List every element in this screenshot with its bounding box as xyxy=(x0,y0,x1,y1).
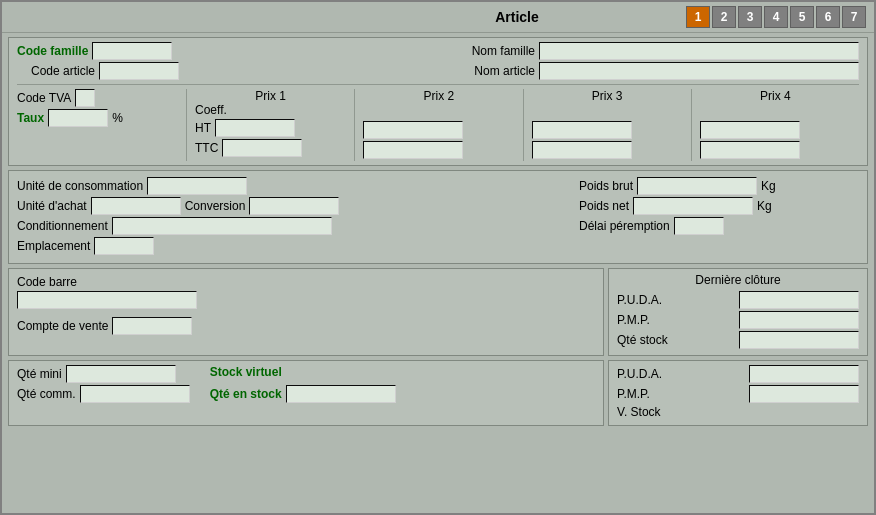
stock-virtuel-label: Stock virtuel xyxy=(210,365,282,379)
prix1-ttc-row: TTC xyxy=(195,139,346,157)
poids-net-unit: Kg xyxy=(757,199,772,213)
v-stock-row: V. Stock xyxy=(617,405,859,419)
tab-2[interactable]: 2 xyxy=(712,6,736,28)
qte-comm-label: Qté comm. xyxy=(17,387,76,401)
last-right-section: P.U.D.A. P.M.P. V. Stock xyxy=(608,360,868,426)
prix4-ttc-input[interactable] xyxy=(700,141,800,159)
code-tva-row: Code TVA xyxy=(17,89,178,107)
poids-brut-input[interactable] xyxy=(637,177,757,195)
last-pmp-row: P.M.P. xyxy=(617,385,859,403)
last-pmp-label: P.M.P. xyxy=(617,387,650,401)
compte-vente-row: Compte de vente xyxy=(17,317,595,335)
prix2-header: Prix 2 xyxy=(363,89,514,103)
content-area: Code famille Nom famille Code article No… xyxy=(2,33,874,513)
last-left-mini: Qté mini Qté comm. xyxy=(17,365,190,405)
compte-vente-input[interactable] xyxy=(112,317,192,335)
last-puda-row: P.U.D.A. xyxy=(617,365,859,383)
qte-stock-input[interactable] xyxy=(739,331,859,349)
unite-consommation-input[interactable] xyxy=(147,177,247,195)
code-tva-label: Code TVA xyxy=(17,91,71,105)
poids-net-input[interactable] xyxy=(633,197,753,215)
emplacement-input[interactable] xyxy=(94,237,154,255)
delai-peremption-input[interactable] xyxy=(674,217,724,235)
conversion-input[interactable] xyxy=(249,197,339,215)
nom-famille-input[interactable] xyxy=(539,42,859,60)
prix2-ht-input[interactable] xyxy=(363,121,463,139)
bottom-right-section: Dernière clôture P.U.D.A. P.M.P. Qté sto… xyxy=(608,268,868,356)
prix3-header: Prix 3 xyxy=(532,89,683,103)
last-row: Qté mini Qté comm. Stock virtuel xyxy=(8,360,868,426)
delai-peremption-label: Délai péremption xyxy=(579,219,670,233)
last-puda-input[interactable] xyxy=(749,365,859,383)
tab-1[interactable]: 1 xyxy=(686,6,710,28)
title-bar: Article 1 2 3 4 5 6 7 xyxy=(2,2,874,33)
taux-input[interactable] xyxy=(48,109,108,127)
code-barre-input-row xyxy=(17,291,595,309)
unite-achat-input[interactable] xyxy=(91,197,181,215)
conditionnement-input[interactable] xyxy=(112,217,332,235)
emplacement-label: Emplacement xyxy=(17,239,90,253)
prix4-ht-row xyxy=(700,121,851,139)
qte-en-stock-input[interactable] xyxy=(286,385,396,403)
prix2-ht-row xyxy=(363,121,514,139)
nom-article-input[interactable] xyxy=(539,62,859,80)
mid-section: Unité de consommation Unité d'achat Conv… xyxy=(8,170,868,264)
code-article-input[interactable] xyxy=(99,62,179,80)
pmp-label: P.M.P. xyxy=(617,313,650,327)
code-barre-row: Code barre xyxy=(17,275,595,289)
code-famille-row: Code famille Nom famille xyxy=(17,42,859,60)
prix3-ttc-input[interactable] xyxy=(532,141,632,159)
unite-achat-row: Unité d'achat Conversion xyxy=(17,197,559,215)
prix2-ttc-input[interactable] xyxy=(363,141,463,159)
puda-input[interactable] xyxy=(739,291,859,309)
qte-mini-input[interactable] xyxy=(66,365,176,383)
pmp-input[interactable] xyxy=(739,311,859,329)
last-pmp-input[interactable] xyxy=(749,385,859,403)
unite-consommation-row: Unité de consommation xyxy=(17,177,559,195)
stock-virtuel-row: Stock virtuel xyxy=(210,365,396,379)
code-barre-input[interactable] xyxy=(17,291,197,309)
bottom-row: Code barre Compte de vente Dernière clôt… xyxy=(8,268,868,356)
qte-comm-input[interactable] xyxy=(80,385,190,403)
main-window: Article 1 2 3 4 5 6 7 Code famille Nom f… xyxy=(0,0,876,515)
qte-mini-row: Qté mini xyxy=(17,365,190,383)
prix4-ttc-row xyxy=(700,141,851,159)
code-barre-label: Code barre xyxy=(17,275,77,289)
tab-6[interactable]: 6 xyxy=(816,6,840,28)
prix2-ttc-row xyxy=(363,141,514,159)
conditionnement-row: Conditionnement xyxy=(17,217,559,235)
prix1-ttc-input[interactable] xyxy=(222,139,302,157)
puda-row: P.U.D.A. xyxy=(617,291,859,309)
qte-en-stock-row: Qté en stock xyxy=(210,385,396,403)
prix3-ttc-row xyxy=(532,141,683,159)
prix1-ht-input[interactable] xyxy=(215,119,295,137)
poids-brut-label: Poids brut xyxy=(579,179,633,193)
ttc-label: TTC xyxy=(195,141,218,155)
tab-7[interactable]: 7 xyxy=(842,6,866,28)
delai-peremption-row: Délai péremption xyxy=(579,217,859,235)
prix3-ht-row xyxy=(532,121,683,139)
emplacement-row: Emplacement xyxy=(17,237,559,255)
tab-4[interactable]: 4 xyxy=(764,6,788,28)
qte-stock-label: Qté stock xyxy=(617,333,668,347)
code-tva-input[interactable] xyxy=(75,89,95,107)
coeff-label: Coeff. xyxy=(195,103,227,117)
conversion-label: Conversion xyxy=(185,199,246,213)
prix3-ht-input[interactable] xyxy=(532,121,632,139)
ht-label: HT xyxy=(195,121,211,135)
prix4-ht-input[interactable] xyxy=(700,121,800,139)
prix1-ht-row: HT xyxy=(195,119,346,137)
poids-net-label: Poids net xyxy=(579,199,629,213)
last-puda-label: P.U.D.A. xyxy=(617,367,662,381)
poids-net-row: Poids net Kg xyxy=(579,197,859,215)
tab-5[interactable]: 5 xyxy=(790,6,814,28)
tab-3[interactable]: 3 xyxy=(738,6,762,28)
window-title: Article xyxy=(348,9,686,25)
v-stock-label: V. Stock xyxy=(617,405,661,419)
unite-consommation-label: Unité de consommation xyxy=(17,179,143,193)
code-famille-input[interactable] xyxy=(92,42,172,60)
code-famille-label: Code famille xyxy=(17,44,88,58)
prix1-coeff-row: Coeff. xyxy=(195,103,346,117)
compte-vente-label: Compte de vente xyxy=(17,319,108,333)
mid-right: Poids brut Kg Poids net Kg Délai pérempt… xyxy=(579,177,859,257)
